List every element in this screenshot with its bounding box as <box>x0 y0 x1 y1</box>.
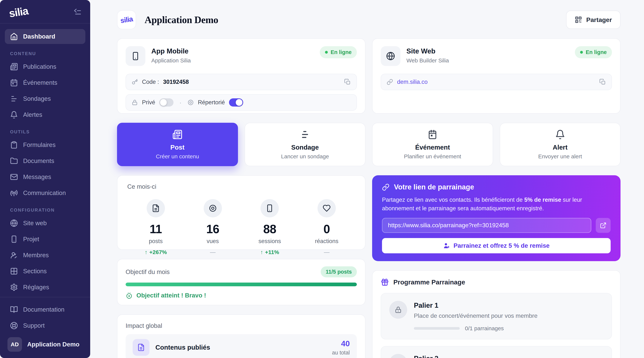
sidebar-item-alertes[interactable]: Alertes <box>5 107 85 122</box>
sidebar-section-contenu: CONTENU <box>10 51 80 56</box>
action-sondage-button[interactable]: Sondage Lancer un sondage <box>245 123 366 166</box>
sidebar-item-sondages[interactable]: Sondages <box>5 91 85 106</box>
share-button[interactable]: Partager <box>566 10 620 29</box>
gift-icon <box>381 278 389 286</box>
sidebar-item-publications[interactable]: Publications <box>5 59 85 74</box>
stat-sessions: 88 sessions ↑ +11% <box>241 199 298 255</box>
bottom-columns: Ce mois-ci 11 posts ↑ +267% <box>117 175 620 358</box>
referral-cta-label: Parrainez et offrez 5 % de remise <box>454 242 550 249</box>
copy-icon <box>599 79 606 85</box>
life-buoy-icon <box>10 322 18 330</box>
action-post-button[interactable]: Post Créer un contenu <box>117 123 238 166</box>
sidebar-item-label: Documentation <box>23 306 64 313</box>
file-text-icon <box>147 199 165 217</box>
sidebar-header: silia <box>0 0 90 23</box>
stat-vues: 16 vues — <box>184 199 241 255</box>
sidebar-item-evenements[interactable]: Événements <box>5 75 85 90</box>
smartphone-icon <box>10 235 18 243</box>
sidebar-item-reglages[interactable]: Réglages <box>5 280 85 295</box>
folder-icon <box>10 157 18 165</box>
tier-progress-track <box>414 327 460 330</box>
neutral-dash-icon: — <box>324 249 330 255</box>
sidebar-item-site-web[interactable]: Site web <box>5 216 85 231</box>
globe-tile-icon <box>381 46 400 66</box>
impact-title: Impact global <box>126 322 357 329</box>
card-title: App Mobile <box>151 47 191 55</box>
action-subtitle: Planifier un événement <box>404 153 461 160</box>
sidebar-item-projet[interactable]: Projet <box>5 232 85 247</box>
app-logo-badge: silia <box>117 10 136 29</box>
site-url-link[interactable]: dem.silia.co <box>397 79 428 85</box>
action-evenement-button[interactable]: Événement Planifier un événement <box>372 123 493 166</box>
home-icon <box>10 32 18 40</box>
card-subtitle: Application Silia <box>151 57 191 64</box>
copy-code-button[interactable] <box>344 79 351 85</box>
calendar-icon <box>428 129 438 139</box>
action-title: Événement <box>415 144 450 151</box>
action-title: Sondage <box>291 144 319 151</box>
stat-value: 88 <box>263 222 276 236</box>
newspaper-icon <box>172 129 182 139</box>
stat-label: vues <box>207 238 219 245</box>
avatar: AD <box>8 337 22 352</box>
listed-toggle[interactable] <box>229 98 243 106</box>
sidebar-section-configuration: CONFIGURATION <box>10 208 80 213</box>
sidebar-item-label: Communication <box>23 189 66 197</box>
stat-value: 0 <box>324 222 330 236</box>
copy-url-button[interactable] <box>599 79 606 85</box>
goal-badge: 11/5 posts <box>321 266 357 277</box>
referral-program-card: Programme Parrainage Palier 1 Place de c… <box>372 270 620 358</box>
tier-title: Palier 1 <box>414 301 538 309</box>
qr-code-icon <box>575 16 582 23</box>
stat-delta: ↑ +11% <box>260 249 279 255</box>
status-badge-online: En ligne <box>575 46 612 58</box>
sidebar-item-label: Publications <box>23 63 56 70</box>
sidebar-item-sections[interactable]: Sections <box>5 264 85 279</box>
stat-label: réactions <box>315 238 338 245</box>
newspaper-icon <box>10 63 18 71</box>
trend-up-icon: ↑ <box>260 249 263 255</box>
sidebar-item-documentation[interactable]: Documentation <box>5 302 85 317</box>
sidebar-item-support[interactable]: Support <box>5 318 85 333</box>
app-mobile-card: App Mobile Application Silia En ligne Co… <box>117 38 366 114</box>
sidebar-item-label: Site web <box>23 220 47 227</box>
calendar-icon <box>10 79 18 87</box>
sidebar-item-formulaires[interactable]: Formulaires <box>5 137 85 152</box>
user-plus-icon <box>443 242 450 249</box>
action-alert-button[interactable]: Alert Envoyer une alert <box>500 123 621 166</box>
sidebar-item-communication[interactable]: Communication <box>5 186 85 200</box>
users-icon <box>10 251 18 259</box>
heart-icon <box>318 199 336 217</box>
sidebar-item-label: Réglages <box>23 284 49 291</box>
trend-up-icon: ↑ <box>144 249 148 255</box>
impact-row-value: 40 <box>332 339 350 348</box>
private-toggle[interactable] <box>159 98 174 106</box>
referral-link-input[interactable] <box>382 218 591 233</box>
account-switcher[interactable]: AD Application Demo <box>5 334 85 353</box>
share-button-label: Partager <box>586 16 612 23</box>
open-referral-link-button[interactable] <box>596 218 611 233</box>
referral-program-title: Programme Parrainage <box>393 279 465 286</box>
sidebar-collapse-button[interactable] <box>73 8 82 16</box>
poll-lines-icon <box>10 95 18 103</box>
sidebar-item-messages[interactable]: Messages <box>5 169 85 184</box>
sidebar-item-documents[interactable]: Documents <box>5 153 85 168</box>
circle-dot-icon <box>204 199 222 217</box>
sidebar-footer: Documentation Support AD Application Dem… <box>0 297 90 358</box>
bell-icon <box>10 111 18 119</box>
link-icon <box>387 79 393 85</box>
card-subtitle: Web Builder Silia <box>406 57 449 64</box>
status-dot-icon <box>325 51 328 54</box>
sidebar-item-label: Alertes <box>23 111 42 118</box>
top-cards-row: App Mobile Application Silia En ligne Co… <box>117 38 620 114</box>
referral-cta-button[interactable]: Parrainez et offrez 5 % de remise <box>382 238 611 253</box>
sidebar-item-dashboard[interactable]: Dashboard <box>5 29 85 44</box>
goal-progress-track <box>126 283 357 286</box>
site-url-box: dem.silia.co <box>381 74 612 90</box>
sidebar-item-label: Projet <box>23 236 39 243</box>
action-title: Post <box>170 144 184 151</box>
sidebar-item-membres[interactable]: Membres <box>5 248 85 263</box>
month-stats-card: Ce mois-ci 11 posts ↑ +267% <box>117 175 366 250</box>
collapse-sidebar-icon <box>73 8 82 16</box>
card-title: Site Web <box>406 47 449 55</box>
